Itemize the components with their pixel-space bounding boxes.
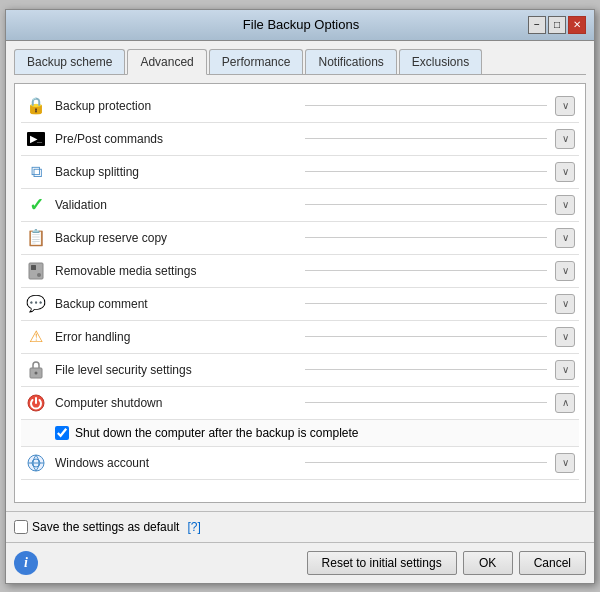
section-backup-protection[interactable]: 🔒 Backup protection ∨ bbox=[21, 90, 579, 123]
backup-reserve-icon: 📋 bbox=[25, 227, 47, 249]
cancel-button[interactable]: Cancel bbox=[519, 551, 586, 575]
section-pre-post-commands[interactable]: ▶_ Pre/Post commands ∨ bbox=[21, 123, 579, 156]
file-security-label: File level security settings bbox=[55, 363, 297, 377]
backup-protection-chevron[interactable]: ∨ bbox=[555, 96, 575, 116]
footer-buttons: i Reset to initial settings OK Cancel bbox=[6, 542, 594, 583]
removable-media-label: Removable media settings bbox=[55, 264, 297, 278]
info-button[interactable]: i bbox=[14, 551, 38, 575]
svg-point-2 bbox=[37, 273, 41, 277]
windows-account-icon bbox=[25, 452, 47, 474]
error-handling-icon: ⚠ bbox=[25, 326, 47, 348]
section-backup-comment[interactable]: 💬 Backup comment ∨ bbox=[21, 288, 579, 321]
removable-media-chevron[interactable]: ∨ bbox=[555, 261, 575, 281]
save-default-checkbox[interactable] bbox=[14, 520, 28, 534]
computer-shutdown-expanded: Shut down the computer after the backup … bbox=[21, 420, 579, 447]
validation-icon: ✓ bbox=[25, 194, 47, 216]
error-handling-chevron[interactable]: ∨ bbox=[555, 327, 575, 347]
validation-chevron[interactable]: ∨ bbox=[555, 195, 575, 215]
divider bbox=[305, 303, 547, 304]
divider bbox=[305, 105, 547, 106]
computer-shutdown-chevron[interactable]: ∧ bbox=[555, 393, 575, 413]
backup-comment-label: Backup comment bbox=[55, 297, 297, 311]
section-validation[interactable]: ✓ Validation ∨ bbox=[21, 189, 579, 222]
computer-shutdown-label: Computer shutdown bbox=[55, 396, 297, 410]
backup-reserve-label: Backup reserve copy bbox=[55, 231, 297, 245]
divider bbox=[305, 402, 547, 403]
window: File Backup Options − □ ✕ Backup scheme … bbox=[5, 9, 595, 584]
save-default-label: Save the settings as default bbox=[32, 520, 179, 534]
tab-performance[interactable]: Performance bbox=[209, 49, 304, 74]
divider bbox=[305, 336, 547, 337]
tab-bar: Backup scheme Advanced Performance Notif… bbox=[14, 49, 586, 75]
tab-advanced[interactable]: Advanced bbox=[127, 49, 206, 75]
window-title: File Backup Options bbox=[74, 17, 528, 32]
section-removable-media[interactable]: Removable media settings ∨ bbox=[21, 255, 579, 288]
divider bbox=[305, 138, 547, 139]
close-button[interactable]: ✕ bbox=[568, 16, 586, 34]
section-backup-reserve-copy[interactable]: 📋 Backup reserve copy ∨ bbox=[21, 222, 579, 255]
minimize-button[interactable]: − bbox=[528, 16, 546, 34]
tab-backup-scheme[interactable]: Backup scheme bbox=[14, 49, 125, 74]
windows-account-label: Windows account bbox=[55, 456, 297, 470]
divider bbox=[305, 369, 547, 370]
windows-account-chevron[interactable]: ∨ bbox=[555, 453, 575, 473]
ok-button[interactable]: OK bbox=[463, 551, 513, 575]
maximize-button[interactable]: □ bbox=[548, 16, 566, 34]
bottom-bar: Save the settings as default [?] bbox=[6, 511, 594, 542]
svg-point-4 bbox=[35, 371, 38, 374]
backup-comment-chevron[interactable]: ∨ bbox=[555, 294, 575, 314]
validation-label: Validation bbox=[55, 198, 297, 212]
pre-post-label: Pre/Post commands bbox=[55, 132, 297, 146]
tab-notifications[interactable]: Notifications bbox=[305, 49, 396, 74]
section-error-handling[interactable]: ⚠ Error handling ∨ bbox=[21, 321, 579, 354]
svg-rect-1 bbox=[31, 265, 36, 270]
pre-post-chevron[interactable]: ∨ bbox=[555, 129, 575, 149]
divider bbox=[305, 270, 547, 271]
backup-splitting-icon: ⧉ bbox=[25, 161, 47, 183]
help-link[interactable]: [?] bbox=[187, 520, 200, 534]
section-windows-account[interactable]: Windows account ∨ bbox=[21, 447, 579, 480]
backup-comment-icon: 💬 bbox=[25, 293, 47, 315]
removable-media-icon bbox=[25, 260, 47, 282]
file-security-chevron[interactable]: ∨ bbox=[555, 360, 575, 380]
backup-reserve-chevron[interactable]: ∨ bbox=[555, 228, 575, 248]
backup-splitting-label: Backup splitting bbox=[55, 165, 297, 179]
shutdown-checkbox[interactable] bbox=[55, 426, 69, 440]
footer-left: i bbox=[14, 551, 301, 575]
section-file-level-security[interactable]: File level security settings ∨ bbox=[21, 354, 579, 387]
advanced-panel: 🔒 Backup protection ∨ ▶_ Pre/Post comman… bbox=[14, 83, 586, 503]
section-computer-shutdown[interactable]: Computer shutdown ∧ bbox=[21, 387, 579, 420]
backup-protection-icon: 🔒 bbox=[25, 95, 47, 117]
computer-shutdown-icon bbox=[25, 392, 47, 414]
save-default-row: Save the settings as default [?] bbox=[14, 520, 201, 534]
divider bbox=[305, 237, 547, 238]
divider bbox=[305, 462, 547, 463]
pre-post-icon: ▶_ bbox=[25, 128, 47, 150]
reset-button[interactable]: Reset to initial settings bbox=[307, 551, 457, 575]
title-bar: File Backup Options − □ ✕ bbox=[6, 10, 594, 41]
tab-exclusions[interactable]: Exclusions bbox=[399, 49, 482, 74]
shutdown-checkbox-label: Shut down the computer after the backup … bbox=[75, 426, 359, 440]
backup-protection-label: Backup protection bbox=[55, 99, 297, 113]
divider bbox=[305, 204, 547, 205]
divider bbox=[305, 171, 547, 172]
file-security-icon bbox=[25, 359, 47, 381]
window-controls: − □ ✕ bbox=[528, 16, 586, 34]
backup-splitting-chevron[interactable]: ∨ bbox=[555, 162, 575, 182]
dialog-content: Backup scheme Advanced Performance Notif… bbox=[6, 41, 594, 511]
shutdown-checkbox-row: Shut down the computer after the backup … bbox=[55, 426, 571, 440]
section-backup-splitting[interactable]: ⧉ Backup splitting ∨ bbox=[21, 156, 579, 189]
error-handling-label: Error handling bbox=[55, 330, 297, 344]
